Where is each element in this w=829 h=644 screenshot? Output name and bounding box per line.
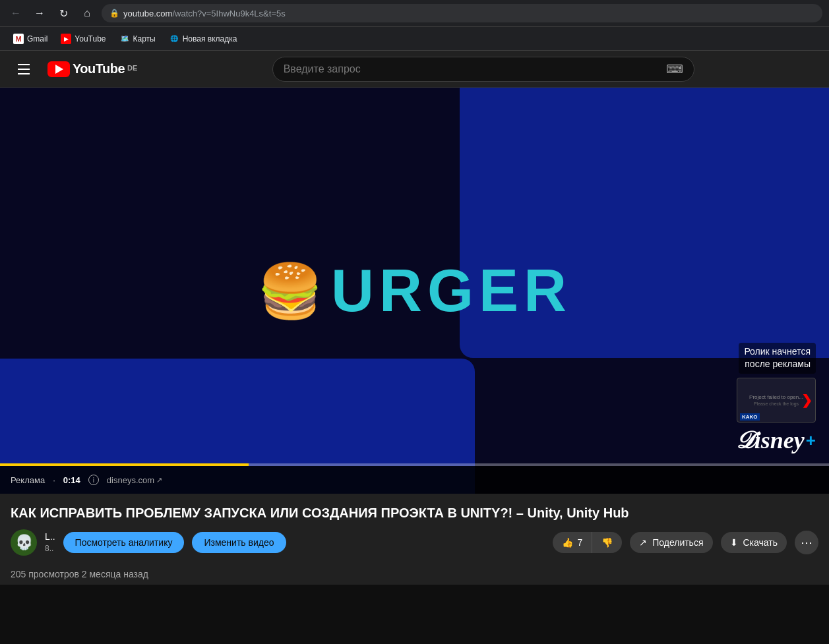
- download-label: Скачать: [743, 537, 778, 548]
- youtube-country-badge: DE: [127, 64, 137, 72]
- forward-button[interactable]: →: [30, 4, 49, 22]
- youtube-logo-text: YouTube: [73, 61, 125, 76]
- youtube-header: YouTube DE ⌨: [0, 51, 829, 88]
- menu-button[interactable]: [11, 56, 37, 82]
- ad-after-line2: после рекламы: [745, 359, 811, 369]
- newtab-favicon: 🌐: [169, 34, 179, 44]
- video-actions: 💀 L.. 8.. Посмотреть аналитику Изменить …: [11, 529, 818, 556]
- more-options-button[interactable]: ⋯: [795, 531, 818, 554]
- ad-time: 0:14: [63, 475, 80, 485]
- newtab-label: Новая вкладка: [183, 34, 237, 44]
- download-icon: ⬇: [730, 537, 738, 548]
- ad-content: 🍔 URGER Ролик начнется после рекламы Pro…: [0, 88, 829, 494]
- analytics-button[interactable]: Посмотреть аналитику: [63, 532, 185, 553]
- menu-line-3: [18, 73, 30, 74]
- disney-plus-sign: +: [806, 430, 816, 451]
- gmail-favicon: M: [13, 34, 24, 44]
- mini-preview-label: KAKO: [740, 413, 760, 421]
- mini-preview: Project failed to open... Please check t…: [737, 378, 816, 423]
- info-icon[interactable]: i: [88, 475, 99, 485]
- bookmark-youtube[interactable]: ▶ YouTube: [55, 31, 111, 47]
- like-count: 7: [577, 537, 582, 548]
- url-path: /watch?v=5IhwNu9k4Ls&t=5s: [172, 9, 285, 18]
- video-title: КАК ИСПРАВИТЬ ПРОБЛЕМУ ЗАПУСКА ИЛИ СОЗДА…: [11, 504, 818, 521]
- youtube-label: YouTube: [75, 34, 106, 44]
- search-input[interactable]: [284, 63, 666, 75]
- share-button[interactable]: ↗ Поделиться: [630, 532, 712, 553]
- channel-info: L.. 8..: [45, 531, 55, 554]
- thumb-down-icon: 👎: [601, 537, 613, 548]
- maps-favicon: 🗺️: [119, 34, 130, 44]
- share-icon: ↗: [639, 537, 647, 548]
- ad-after-text: Ролик начнется после рекламы: [739, 343, 816, 374]
- maps-label: Карты: [133, 34, 156, 44]
- disney-plus-logo: 𝒟isney +: [735, 426, 816, 454]
- youtube-favicon: ▶: [61, 34, 71, 44]
- url-domain: youtube.com: [123, 9, 172, 18]
- like-dislike-group: 👍 7 👎: [553, 532, 622, 553]
- avatar-image: 💀: [15, 534, 33, 551]
- browser-titlebar: ← → ↻ ⌂ 🔒 youtube.com/watch?v=5IhwNu9k4L…: [0, 0, 829, 26]
- youtube-play-triangle: [55, 65, 63, 74]
- reload-button[interactable]: ↻: [54, 4, 73, 22]
- video-meta: 205 просмотров 2 месяца назад: [0, 564, 829, 585]
- video-container: 🍔 URGER Ролик начнется после рекламы Pro…: [0, 88, 829, 494]
- disney-text: 𝒟isney: [735, 426, 805, 454]
- channel-avatar[interactable]: 💀: [11, 529, 37, 556]
- burger-emoji: 🍔: [257, 260, 328, 322]
- mini-preview-content: Project failed to open... Please check t…: [747, 392, 806, 409]
- bookmark-newtab[interactable]: 🌐 Новая вкладка: [164, 31, 243, 47]
- search-bar[interactable]: ⌨: [272, 57, 694, 82]
- youtube-logo[interactable]: YouTube DE: [47, 61, 137, 77]
- ad-site[interactable]: disneys.com ↗: [107, 475, 162, 485]
- address-bar[interactable]: 🔒 youtube.com/watch?v=5IhwNu9k4Ls&t=5s: [102, 4, 822, 22]
- ad-after-line1: Ролик начнется: [744, 346, 811, 357]
- bookmark-maps[interactable]: 🗺️ Карты: [114, 31, 161, 47]
- mini-preview-arrow: ❯: [801, 392, 813, 408]
- video-views: 205 просмотров 2 месяца назад: [11, 569, 148, 579]
- menu-line-2: [18, 69, 30, 70]
- burger-text: 🍔 URGER: [257, 257, 572, 325]
- external-link-icon: ↗: [156, 476, 162, 484]
- ad-site-url: disneys.com: [107, 475, 154, 485]
- browser-chrome: ← → ↻ ⌂ 🔒 youtube.com/watch?v=5IhwNu9k4L…: [0, 0, 829, 51]
- dislike-button[interactable]: 👎: [592, 532, 622, 553]
- thumb-up-icon: 👍: [562, 537, 573, 548]
- ad-dot: ·: [53, 475, 55, 485]
- channel-name: L..: [45, 531, 55, 544]
- video-player[interactable]: 🍔 URGER Ролик начнется после рекламы Pro…: [0, 88, 829, 494]
- gmail-label: Gmail: [27, 34, 47, 44]
- download-button[interactable]: ⬇ Скачать: [721, 532, 787, 553]
- ad-bar: Реклама · 0:14 i disneys.com ↗: [0, 466, 829, 494]
- like-button[interactable]: 👍 7: [553, 532, 592, 553]
- burger-word: URGER: [331, 257, 572, 325]
- home-button[interactable]: ⌂: [78, 4, 96, 22]
- disney-overlay: Ролик начнется после рекламы Project fai…: [735, 343, 816, 454]
- share-label: Поделиться: [652, 537, 703, 548]
- address-url: youtube.com/watch?v=5IhwNu9k4Ls&t=5s: [123, 9, 286, 18]
- back-button[interactable]: ←: [7, 4, 25, 22]
- ad-label: Реклама: [11, 475, 45, 485]
- menu-line-1: [18, 64, 30, 65]
- lock-icon: 🔒: [109, 9, 119, 18]
- channel-sub: 8..: [45, 543, 55, 554]
- video-info: КАК ИСПРАВИТЬ ПРОБЛЕМУ ЗАПУСКА ИЛИ СОЗДА…: [0, 494, 829, 564]
- edit-video-button[interactable]: Изменить видео: [192, 532, 286, 553]
- bookmark-gmail[interactable]: M Gmail: [8, 31, 53, 47]
- youtube-logo-icon: [47, 61, 70, 77]
- bookmarks-bar: M Gmail ▶ YouTube 🗺️ Карты 🌐 Новая вклад…: [0, 26, 829, 50]
- keyboard-icon[interactable]: ⌨: [666, 62, 683, 76]
